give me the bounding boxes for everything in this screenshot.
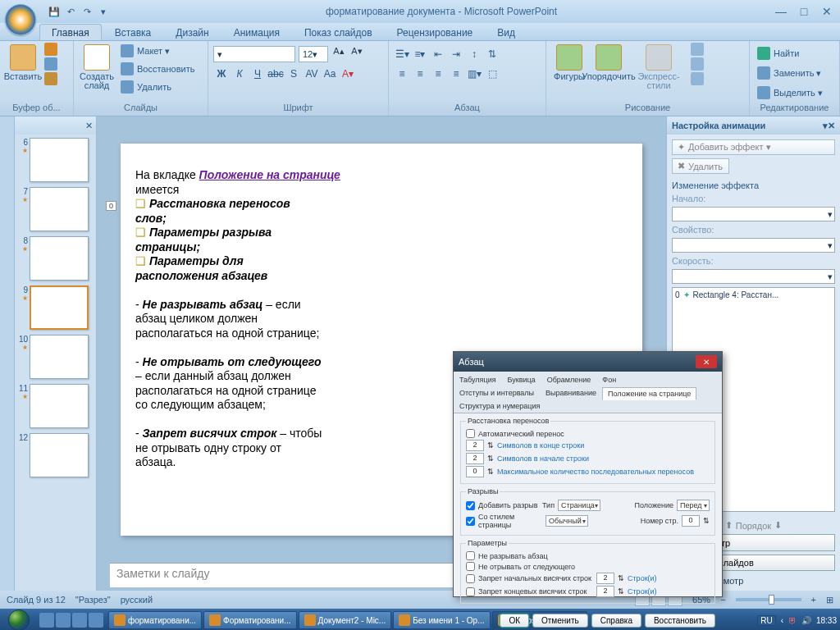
save-icon[interactable]: 💾 bbox=[48, 5, 61, 18]
tab-slideshow[interactable]: Показ слайдов bbox=[293, 25, 384, 40]
slide-editor[interactable]: 0 На вкладке Положение на странице имеет… bbox=[121, 144, 642, 536]
shape-effects-icon[interactable] bbox=[691, 72, 704, 85]
dlg-tab-border[interactable]: Обрамление bbox=[541, 373, 597, 386]
bullets-icon[interactable]: ☰▾ bbox=[394, 46, 410, 62]
redo-icon[interactable]: ↷ bbox=[80, 5, 94, 18]
add-effect-button[interactable]: ✦Добавить эффект ▾ bbox=[672, 139, 835, 155]
underline-button[interactable]: Ч bbox=[249, 66, 266, 82]
minimize-icon[interactable]: — bbox=[773, 5, 789, 18]
new-slide-button[interactable]: Создать слайд bbox=[79, 43, 115, 92]
spacing-button[interactable]: AV bbox=[304, 66, 320, 82]
effect-item[interactable]: 0 ✦ Rectangle 4: Расстан... bbox=[674, 290, 833, 300]
property-select[interactable]: ▾ bbox=[672, 238, 835, 253]
dlg-tab-background[interactable]: Фон bbox=[596, 373, 622, 386]
auto-hyphen-checkbox[interactable] bbox=[466, 429, 475, 438]
slide-thumbnail[interactable] bbox=[30, 138, 89, 182]
tray-sound-icon[interactable]: 🔊 bbox=[801, 616, 811, 625]
start-select[interactable]: ▾ bbox=[672, 207, 835, 221]
add-break-checkbox[interactable] bbox=[466, 501, 475, 510]
font-family-combo[interactable]: ▾ bbox=[213, 46, 295, 62]
dlg-tab-tabulation[interactable]: Табуляция bbox=[454, 373, 502, 386]
widow-checkbox[interactable] bbox=[466, 587, 475, 596]
taskbar-button[interactable]: Форматировани... bbox=[203, 611, 296, 629]
tab-view[interactable]: Вид bbox=[486, 25, 527, 40]
keep-next-checkbox[interactable] bbox=[466, 562, 475, 571]
reset-button[interactable]: Восстановить bbox=[118, 62, 197, 76]
reset-dialog-button[interactable]: Восстановить bbox=[645, 614, 715, 628]
replace-button[interactable]: Заменить ▾ bbox=[755, 66, 825, 80]
line-spacing-icon[interactable]: ↕ bbox=[466, 46, 482, 62]
widow-field[interactable]: 2 bbox=[596, 586, 614, 597]
chars-end-field[interactable]: 2 bbox=[466, 440, 484, 451]
indent-inc-icon[interactable]: ⇥ bbox=[448, 46, 464, 62]
indent-dec-icon[interactable]: ⇤ bbox=[430, 46, 446, 62]
find-button[interactable]: Найти bbox=[755, 46, 825, 61]
align-left-icon[interactable]: ≡ bbox=[394, 66, 410, 82]
ql-icon[interactable] bbox=[39, 613, 54, 628]
bold-button[interactable]: Ж bbox=[213, 66, 230, 82]
ql-icon[interactable] bbox=[72, 613, 87, 628]
slide-thumbnail[interactable] bbox=[30, 335, 89, 379]
panel-close-icon[interactable]: ✕ bbox=[85, 121, 93, 131]
break-type-select[interactable]: Страница bbox=[558, 500, 600, 511]
dlg-tab-dropcap[interactable]: Буквица bbox=[502, 373, 541, 386]
numbering-icon[interactable]: ≡▾ bbox=[412, 46, 428, 62]
no-split-checkbox[interactable] bbox=[466, 551, 475, 560]
slide-thumbnail[interactable] bbox=[30, 433, 89, 477]
case-button[interactable]: Aa bbox=[322, 66, 338, 82]
shrink-font-icon[interactable]: A▾ bbox=[349, 46, 364, 62]
undo-icon[interactable]: ↶ bbox=[64, 5, 77, 18]
with-style-checkbox[interactable] bbox=[466, 517, 475, 526]
max-hyphens-field[interactable]: 0 bbox=[466, 466, 484, 477]
fit-window-icon[interactable]: ⊞ bbox=[826, 595, 833, 605]
format-painter-icon[interactable] bbox=[44, 72, 57, 85]
zoom-slider[interactable] bbox=[736, 598, 801, 601]
dialog-close-icon[interactable]: ✕ bbox=[696, 355, 717, 368]
speed-select[interactable]: ▾ bbox=[672, 269, 835, 284]
align-right-icon[interactable]: ≡ bbox=[430, 66, 446, 82]
dlg-tab-align[interactable]: Выравнивание bbox=[540, 386, 602, 399]
clock[interactable]: 18:33 bbox=[816, 616, 837, 625]
reorder-down-icon[interactable]: ⬇ bbox=[774, 520, 782, 531]
break-pos-select[interactable]: Перед bbox=[677, 500, 710, 511]
slide-thumbnail[interactable] bbox=[30, 187, 89, 231]
cancel-button[interactable]: Отменить bbox=[532, 614, 588, 628]
font-color-button[interactable]: A▾ bbox=[340, 66, 356, 82]
language-indicator[interactable]: русский bbox=[121, 595, 153, 605]
dlg-tab-textflow[interactable]: Положение на странице bbox=[602, 387, 696, 400]
tray-shield-icon[interactable]: ⛨ bbox=[788, 616, 797, 625]
slide-thumbnail[interactable] bbox=[30, 285, 89, 330]
dlg-tab-outline[interactable]: Структура и нумерация bbox=[454, 399, 546, 413]
ql-icon[interactable] bbox=[56, 613, 71, 628]
qat-dropdown-icon[interactable]: ▾ bbox=[97, 5, 110, 18]
maximize-icon[interactable]: □ bbox=[796, 5, 812, 18]
dlg-tab-indents[interactable]: Отступы и интервалы bbox=[454, 386, 540, 399]
columns-icon[interactable]: ▥▾ bbox=[466, 66, 482, 82]
delete-slide-button[interactable]: Удалить bbox=[118, 80, 197, 94]
layout-button[interactable]: Макет ▾ bbox=[118, 43, 197, 58]
tab-home[interactable]: Главная bbox=[39, 24, 102, 40]
orphan-checkbox[interactable] bbox=[466, 574, 475, 583]
quick-styles-button[interactable]: Экспресс-стили bbox=[630, 43, 687, 92]
copy-icon[interactable] bbox=[44, 57, 57, 71]
arrange-button[interactable]: Упорядочить bbox=[591, 43, 627, 83]
dialog-titlebar[interactable]: Абзац ✕ bbox=[454, 352, 722, 372]
orphan-field[interactable]: 2 bbox=[596, 573, 614, 584]
align-justify-icon[interactable]: ≡ bbox=[448, 66, 464, 82]
outline-tab-strip[interactable] bbox=[0, 116, 15, 591]
help-button[interactable]: Справка bbox=[591, 614, 641, 628]
page-num-field[interactable]: 0 bbox=[682, 515, 700, 527]
tray-chevron-icon[interactable]: ‹ bbox=[781, 616, 783, 625]
zoom-in-icon[interactable]: + bbox=[811, 595, 816, 605]
shape-fill-icon[interactable] bbox=[691, 43, 704, 56]
pane-close-icon[interactable]: ✕ bbox=[828, 121, 835, 131]
tab-animation[interactable]: Анимация bbox=[222, 25, 291, 40]
taskbar-button[interactable]: форматировани... bbox=[108, 611, 202, 629]
close-icon[interactable]: ✕ bbox=[819, 5, 835, 18]
shape-outline-icon[interactable] bbox=[691, 57, 704, 71]
italic-button[interactable]: К bbox=[231, 66, 248, 82]
lang-indicator[interactable]: RU bbox=[757, 615, 775, 626]
taskbar-button[interactable]: Документ2 - Mic... bbox=[299, 611, 392, 629]
tab-design[interactable]: Дизайн bbox=[164, 25, 220, 40]
slide-thumbnail[interactable] bbox=[30, 384, 89, 428]
